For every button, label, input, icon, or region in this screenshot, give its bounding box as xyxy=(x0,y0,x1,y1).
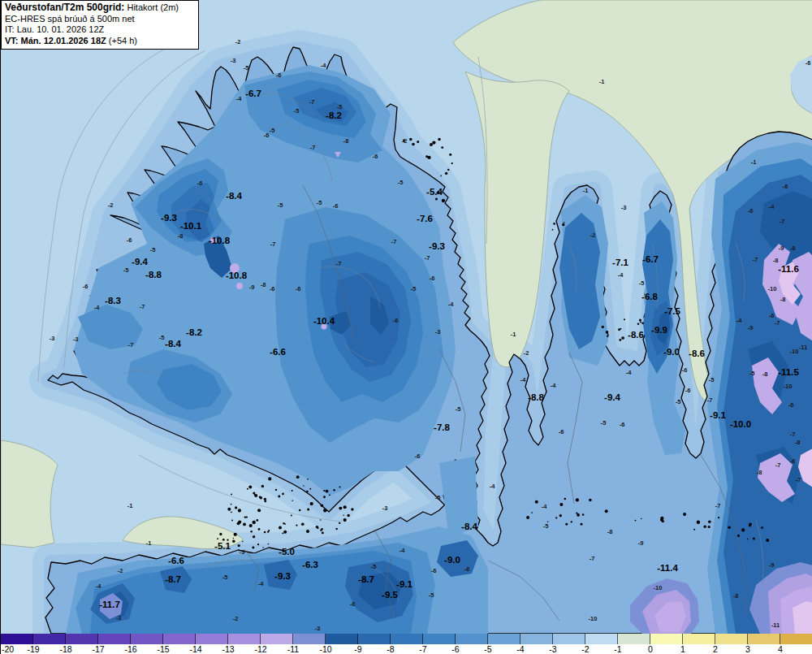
colorbar-cell xyxy=(780,634,812,644)
contour-label: -1 xyxy=(599,78,605,85)
contour-label: -6 xyxy=(788,401,794,409)
colorbar-tick-label: -1 xyxy=(614,644,621,654)
islet-dot xyxy=(697,521,700,524)
islet-dot xyxy=(320,519,322,521)
temperature-map: -2-3-5-6-4-4-7-5-5-5-6-7-8-2-6-5-6-2-6-5… xyxy=(1,0,812,634)
contour-label: -9 xyxy=(638,539,644,547)
islet-dot xyxy=(576,498,579,501)
temp-label: -9.1 xyxy=(710,410,726,420)
islet-dot xyxy=(761,526,763,529)
islet-dot xyxy=(323,490,325,492)
contour-label: -6 xyxy=(296,285,301,292)
islet-dot xyxy=(237,522,240,525)
contour-label: -3 xyxy=(240,548,245,556)
islet-dot xyxy=(231,504,232,505)
temp-label: -8.3 xyxy=(105,296,121,305)
colorbar-tick-label: -2 xyxy=(581,644,589,654)
colorbar-cell xyxy=(98,634,131,644)
islet-dot xyxy=(582,513,585,516)
islet-dot xyxy=(329,494,330,496)
islet-dot xyxy=(526,516,529,519)
colorbar-cell xyxy=(423,634,456,644)
contour-label: -7 xyxy=(140,303,145,310)
contour-label: -5 xyxy=(456,405,461,413)
islet-dot xyxy=(256,519,258,522)
islet-dot xyxy=(602,326,604,328)
colorbar-tick-label: -11 xyxy=(287,644,299,654)
islet-dot xyxy=(565,523,568,526)
contour-label: -6 xyxy=(430,275,435,282)
title-line4: VT: Mán. 12.01.2026 18Z (+54 h) xyxy=(5,36,194,47)
islet-dot xyxy=(264,498,266,500)
colorbar-cell xyxy=(748,634,780,644)
contour-label: -11 xyxy=(771,622,780,629)
islet-dot xyxy=(451,162,453,164)
contour-label: -7 xyxy=(590,555,595,562)
islet-dot xyxy=(322,531,324,534)
contour-label: -6 xyxy=(769,312,775,319)
colorbar-cell xyxy=(326,634,358,644)
colorbar-cell xyxy=(131,634,163,644)
islet-dot xyxy=(619,339,621,341)
islet-dot xyxy=(231,493,232,495)
contour-label: -6 xyxy=(620,421,625,428)
islet-dot xyxy=(577,513,580,517)
islet-dot xyxy=(292,500,293,501)
contour-label: -5 xyxy=(435,494,441,501)
temp-label: -10.1 xyxy=(180,221,202,231)
colorbar-tick-label: 0 xyxy=(648,644,653,654)
contour-label: -7 xyxy=(790,431,796,438)
islet-dot xyxy=(238,509,241,512)
islet-dot xyxy=(301,522,304,526)
contour-label: -4 xyxy=(448,301,454,308)
islet-dot xyxy=(635,520,637,522)
islet-dot xyxy=(559,514,562,517)
colorbar-tick-label: -9 xyxy=(354,644,361,654)
contour-label: -3 xyxy=(50,335,55,342)
colorbar-tick-label: -4 xyxy=(516,644,524,654)
contour-label: -8 xyxy=(780,296,786,303)
colorbar-tick-label: -14 xyxy=(189,644,201,654)
contour-label: -7 xyxy=(336,260,342,267)
contour-label: -5 xyxy=(749,370,755,377)
temp-label: -9.4 xyxy=(604,392,620,402)
contour-label: -6 xyxy=(83,283,89,290)
temp-label: -6.6 xyxy=(168,556,184,565)
colorbar-cell xyxy=(456,634,488,644)
islet-dot xyxy=(693,529,695,531)
islet-dot xyxy=(258,528,261,531)
colorbar-cell xyxy=(228,634,261,644)
contour-label: -4 xyxy=(736,317,742,324)
temp-label: -6.7 xyxy=(245,89,261,98)
contour-label: -6 xyxy=(373,153,378,160)
islet-dot xyxy=(606,331,609,334)
islet-dot xyxy=(637,323,639,325)
contour-label: -8 xyxy=(762,370,768,378)
islet-dot xyxy=(268,544,270,545)
colorbar-tick-label: 3 xyxy=(745,644,750,654)
contour-label: -5 xyxy=(337,103,343,110)
islet-dot xyxy=(307,508,309,510)
contour-label: -6 xyxy=(270,285,275,292)
temp-label: -9.0 xyxy=(444,555,460,565)
temp-label: -5.0 xyxy=(279,547,295,557)
contour-label: -6 xyxy=(748,207,754,214)
contour-label: -3 xyxy=(315,625,321,632)
colorbar-cell xyxy=(358,634,391,644)
contour-label: -4 xyxy=(551,382,556,389)
islet-dot xyxy=(296,475,300,479)
islet-dot xyxy=(412,143,415,146)
contour-label: -3 xyxy=(73,336,79,343)
islet-dot xyxy=(246,516,248,518)
colorbar-tick-label: 1 xyxy=(680,644,685,654)
contour-label: -5 xyxy=(709,376,715,383)
contour-label: -9 xyxy=(779,245,784,252)
contour-label: -1 xyxy=(146,539,152,547)
colorbar-tick-label: -19 xyxy=(27,644,39,654)
islet-dot xyxy=(306,491,309,493)
islet-dot xyxy=(227,508,231,511)
colorbar-cell xyxy=(163,634,196,644)
colorbar-cells xyxy=(1,634,812,644)
temp-label: -8.2 xyxy=(326,110,342,120)
temp-label: -8.6 xyxy=(689,349,705,358)
